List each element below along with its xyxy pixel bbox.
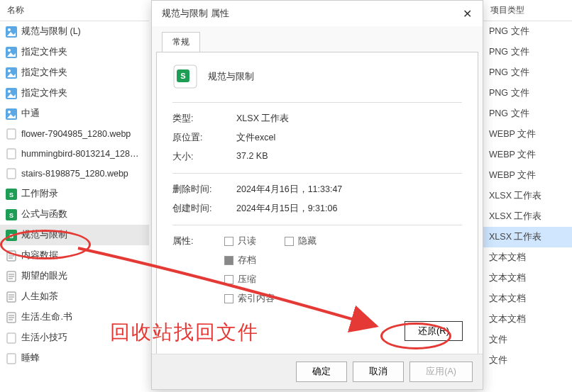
file-row[interactable]: 指定文件夹 — [0, 42, 149, 62]
file-row[interactable]: hummingbird-8013214_1280.web — [0, 144, 149, 164]
svg-text:S: S — [9, 233, 13, 240]
file-icon — [6, 312, 17, 323]
file-row[interactable]: 人生如茶 — [0, 286, 149, 307]
cancel-button[interactable]: 取消 — [353, 362, 404, 382]
dialog-title: 规范与限制 属性 — [162, 7, 229, 20]
svg-rect-10 — [7, 129, 16, 139]
file-row[interactable]: S规范与限制 — [0, 225, 149, 245]
location-value: 文件excel — [236, 132, 462, 144]
type-cell: PNG 文件 — [483, 83, 572, 103]
file-name: 睡蜂 — [21, 352, 40, 364]
ok-button[interactable]: 确定 — [296, 362, 347, 382]
type-column-header[interactable]: 项目类型 — [483, 0, 572, 21]
close-icon: ✕ — [463, 7, 472, 21]
svg-point-9 — [8, 111, 11, 113]
file-row[interactable]: 指定文件夹 — [0, 62, 149, 83]
file-row[interactable]: 生活小技巧 — [0, 327, 149, 348]
file-row[interactable]: 睡蜂 — [0, 348, 149, 369]
file-name: 中通 — [21, 108, 40, 120]
type-cell: 文本文档 — [483, 268, 572, 289]
file-name: 生活.生命.书 — [21, 311, 72, 323]
file-name: 生活小技巧 — [21, 332, 67, 344]
svg-point-1 — [8, 28, 11, 31]
svg-rect-12 — [7, 169, 16, 179]
type-cell: 文本文档 — [483, 289, 572, 309]
size-value: 37.2 KB — [236, 151, 462, 163]
file-icon — [6, 88, 17, 99]
type-column: 项目类型 PNG 文件PNG 文件PNG 文件PNG 文件PNG 文件WEBP … — [483, 0, 572, 392]
type-cell: WEBP 文件 — [483, 165, 572, 186]
file-icon — [6, 67, 17, 79]
type-cell: PNG 文件 — [483, 103, 572, 124]
properties-dialog: 规范与限制 属性 ✕ 常规 S 规范与限制 类型:XLSX 工作表 原位置:文件… — [151, 0, 483, 390]
spreadsheet-icon: S — [172, 64, 198, 89]
svg-rect-36 — [7, 354, 16, 364]
type-cell: PNG 文件 — [483, 42, 572, 62]
archive-checkbox[interactable]: 存档 — [224, 254, 462, 267]
file-icon: S — [6, 209, 17, 220]
svg-text:S: S — [180, 72, 185, 80]
type-cell: WEBP 文件 — [483, 145, 572, 165]
type-cell: WEBP 文件 — [483, 124, 572, 145]
type-cell: XLSX 工作表 — [483, 206, 572, 227]
attributes-label: 属性: — [172, 235, 224, 305]
svg-rect-11 — [7, 149, 16, 159]
file-row[interactable]: flower-7904985_1280.webp — [0, 124, 149, 144]
file-name: 指定文件夹 — [21, 46, 67, 58]
file-name: 人生如茶 — [21, 291, 58, 303]
tab-strip: 常规 — [152, 26, 483, 52]
file-name: 指定文件夹 — [21, 67, 67, 79]
type-value: XLSX 工作表 — [236, 113, 462, 125]
compress-checkbox[interactable]: 压缩 — [224, 274, 462, 286]
index-checkbox[interactable]: 索引内容 — [224, 293, 462, 305]
file-name: 期望的眼光 — [21, 270, 67, 282]
hidden-checkbox[interactable]: 隐藏 — [285, 235, 317, 247]
file-row[interactable]: 期望的眼光 — [0, 266, 149, 286]
file-row[interactable]: 规范与限制 (L) — [0, 21, 149, 42]
file-row[interactable]: 生活.生命.书 — [0, 307, 149, 327]
file-icon: S — [6, 189, 17, 200]
file-name: 内容数据 — [21, 250, 58, 262]
type-cell: XLSX 工作表 — [483, 227, 572, 247]
file-name: 指定文件夹 — [21, 87, 67, 99]
file-name: 规范与限制 (L) — [21, 26, 81, 38]
file-name: stairs-8198875_1280.webp — [21, 169, 128, 179]
file-icon — [6, 47, 17, 58]
name-column-header[interactable]: 名称 — [0, 0, 149, 21]
file-name: hummingbird-8013214_1280.web — [21, 149, 143, 159]
file-row[interactable]: S工作附录 — [0, 184, 149, 204]
type-cell: PNG 文件 — [483, 62, 572, 83]
restore-button[interactable]: 还原(R) — [405, 321, 463, 341]
file-icon — [6, 250, 17, 262]
file-row[interactable]: stairs-8198875_1280.webp — [0, 164, 149, 184]
readonly-checkbox[interactable]: 只读 — [224, 235, 256, 247]
file-name: flower-7904985_1280.webp — [21, 129, 131, 139]
file-icon — [6, 353, 17, 364]
dialog-titlebar[interactable]: 规范与限制 属性 ✕ — [152, 1, 483, 26]
file-row[interactable]: S公式与函数 — [0, 204, 149, 225]
file-list-panel: 名称 规范与限制 (L)指定文件夹指定文件夹指定文件夹中通flower-7904… — [0, 0, 149, 392]
location-label: 原位置: — [172, 132, 236, 144]
tab-general[interactable]: 常规 — [162, 32, 200, 52]
type-cell: XLSX 工作表 — [483, 186, 572, 206]
file-row[interactable]: 内容数据 — [0, 245, 149, 266]
file-icon — [6, 108, 17, 120]
file-icon — [6, 291, 17, 303]
file-icon — [6, 148, 17, 159]
deleted-value: 2024年4月16日，11:33:47 — [236, 184, 462, 196]
file-name: 规范与限制 — [21, 229, 67, 241]
svg-text:S: S — [9, 212, 13, 219]
file-icon — [6, 271, 17, 282]
type-label: 类型: — [172, 113, 236, 125]
file-icon — [6, 332, 17, 344]
file-row[interactable]: 指定文件夹 — [0, 83, 149, 103]
created-value: 2024年4月15日，9:31:06 — [236, 203, 462, 215]
type-cell: 文本文档 — [483, 247, 572, 268]
apply-button[interactable]: 应用(A) — [409, 362, 473, 382]
close-button[interactable]: ✕ — [457, 5, 477, 22]
deleted-label: 删除时间: — [172, 184, 236, 196]
type-cell: 文件 — [483, 330, 572, 350]
file-row[interactable]: 中通 — [0, 103, 149, 124]
file-icon: S — [6, 230, 17, 241]
svg-point-3 — [8, 49, 11, 52]
